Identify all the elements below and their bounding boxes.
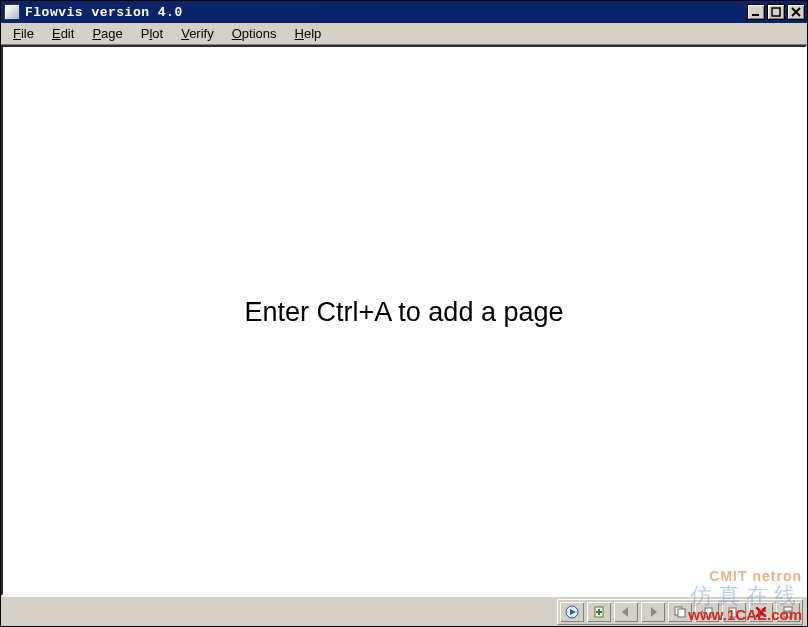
app-icon xyxy=(4,4,20,20)
svg-marker-5 xyxy=(622,607,628,617)
menu-file[interactable]: File xyxy=(5,24,42,43)
svg-rect-9 xyxy=(705,608,712,617)
svg-marker-12 xyxy=(736,610,740,614)
play-icon xyxy=(565,605,579,619)
app-window: Flowvis version 4.0 File Edit Page Plot … xyxy=(0,0,808,627)
window-title: Flowvis version 4.0 xyxy=(25,5,183,20)
svg-rect-13 xyxy=(784,607,792,611)
menu-options[interactable]: Options xyxy=(224,24,285,43)
menu-plot[interactable]: Plot xyxy=(133,24,171,43)
menu-page[interactable]: Page xyxy=(84,24,130,43)
content-area: Enter Ctrl+A to add a page xyxy=(1,45,807,596)
back-button[interactable] xyxy=(613,601,639,623)
menu-help[interactable]: Help xyxy=(287,24,330,43)
add-page-icon xyxy=(592,605,606,619)
maximize-button[interactable] xyxy=(767,4,785,20)
clone-left-icon xyxy=(700,605,714,619)
svg-marker-6 xyxy=(651,607,657,617)
clone-left-button[interactable] xyxy=(694,601,720,623)
close-button[interactable] xyxy=(787,4,805,20)
svg-rect-11 xyxy=(729,608,736,617)
bottom-toolbar xyxy=(557,599,803,625)
svg-rect-1 xyxy=(772,8,780,16)
page-break-button[interactable] xyxy=(775,601,801,623)
forward-button[interactable] xyxy=(640,601,666,623)
forward-icon xyxy=(646,605,660,619)
page-break-icon xyxy=(781,605,795,619)
play-button[interactable] xyxy=(559,601,585,623)
menu-bar: File Edit Page Plot Verify Options Help xyxy=(1,23,807,45)
title-bar: Flowvis version 4.0 xyxy=(1,1,807,23)
svg-rect-0 xyxy=(752,14,759,16)
delete-button[interactable] xyxy=(748,601,774,623)
svg-marker-10 xyxy=(701,610,705,614)
add-page-button[interactable] xyxy=(586,601,612,623)
status-bar xyxy=(1,596,807,626)
clone-right-icon xyxy=(727,605,741,619)
clone-right-button[interactable] xyxy=(721,601,747,623)
window-controls xyxy=(747,4,807,20)
minimize-button[interactable] xyxy=(747,4,765,20)
back-icon xyxy=(619,605,633,619)
copy-button[interactable] xyxy=(667,601,693,623)
empty-hint: Enter Ctrl+A to add a page xyxy=(245,297,564,328)
svg-rect-8 xyxy=(678,609,685,617)
copy-icon xyxy=(673,605,687,619)
svg-rect-14 xyxy=(784,613,792,617)
menu-edit[interactable]: Edit xyxy=(44,24,82,43)
delete-icon xyxy=(754,605,768,619)
menu-verify[interactable]: Verify xyxy=(173,24,222,43)
